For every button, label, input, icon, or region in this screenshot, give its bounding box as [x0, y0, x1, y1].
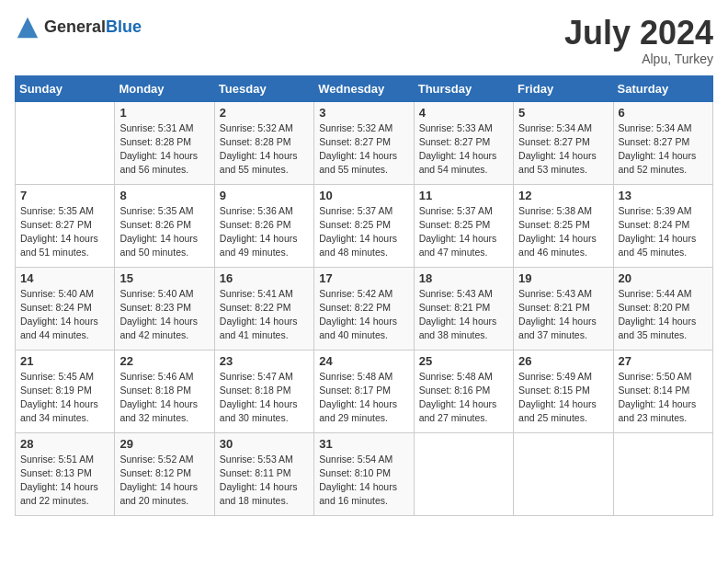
calendar-table: SundayMondayTuesdayWednesdayThursdayFrid… [15, 75, 713, 516]
calendar-cell: 16Sunrise: 5:41 AMSunset: 8:22 PMDayligh… [214, 267, 313, 350]
calendar-cell: 24Sunrise: 5:48 AMSunset: 8:17 PMDayligh… [314, 350, 414, 432]
day-number: 12 [518, 189, 608, 202]
calendar-cell: 21Sunrise: 5:45 AMSunset: 8:19 PMDayligh… [16, 350, 115, 432]
calendar-cell [414, 432, 513, 515]
day-info: Sunrise: 5:48 AMSunset: 8:17 PMDaylight:… [319, 370, 408, 426]
day-number: 25 [419, 354, 508, 368]
day-info: Sunrise: 5:44 AMSunset: 8:20 PMDaylight:… [619, 287, 708, 343]
day-number: 14 [20, 271, 109, 285]
day-number: 11 [419, 189, 508, 202]
logo-text: GeneralBlue [44, 18, 142, 37]
calendar-cell: 5Sunrise: 5:34 AMSunset: 8:27 PMDaylight… [514, 101, 613, 184]
day-number: 22 [119, 354, 209, 368]
header-tuesday: Tuesday [214, 75, 313, 101]
logo-icon [15, 15, 40, 40]
day-info: Sunrise: 5:41 AMSunset: 8:22 PMDaylight:… [220, 287, 309, 343]
page-header: GeneralBlue July 2024 Alpu, Turkey [15, 15, 713, 66]
day-info: Sunrise: 5:34 AMSunset: 8:27 PMDaylight:… [619, 121, 708, 178]
day-number: 17 [319, 271, 408, 285]
calendar-cell: 11Sunrise: 5:37 AMSunset: 8:25 PMDayligh… [414, 184, 513, 267]
calendar-cell: 25Sunrise: 5:48 AMSunset: 8:16 PMDayligh… [414, 350, 513, 432]
day-number: 26 [518, 354, 608, 368]
day-info: Sunrise: 5:31 AMSunset: 8:28 PMDaylight:… [119, 121, 209, 178]
header-row: SundayMondayTuesdayWednesdayThursdayFrid… [16, 75, 713, 101]
day-number: 10 [319, 189, 408, 202]
day-number: 1 [119, 106, 209, 120]
calendar-cell: 22Sunrise: 5:46 AMSunset: 8:18 PMDayligh… [115, 350, 214, 432]
day-number: 29 [119, 437, 209, 451]
week-row-2: 14Sunrise: 5:40 AMSunset: 8:24 PMDayligh… [16, 267, 713, 350]
day-number: 27 [619, 354, 708, 368]
day-number: 19 [518, 271, 608, 285]
day-info: Sunrise: 5:32 AMSunset: 8:28 PMDaylight:… [220, 121, 309, 178]
calendar-cell: 3Sunrise: 5:32 AMSunset: 8:27 PMDaylight… [314, 101, 414, 184]
title-block: July 2024 Alpu, Turkey [564, 15, 713, 66]
header-friday: Friday [514, 75, 613, 101]
header-wednesday: Wednesday [314, 75, 414, 101]
calendar-cell: 18Sunrise: 5:43 AMSunset: 8:21 PMDayligh… [414, 267, 513, 350]
day-info: Sunrise: 5:45 AMSunset: 8:19 PMDaylight:… [20, 370, 109, 426]
calendar-cell: 7Sunrise: 5:35 AMSunset: 8:27 PMDaylight… [16, 184, 115, 267]
calendar-cell [16, 101, 115, 184]
day-number: 24 [319, 354, 408, 368]
day-info: Sunrise: 5:40 AMSunset: 8:23 PMDaylight:… [119, 287, 209, 343]
calendar-cell: 8Sunrise: 5:35 AMSunset: 8:26 PMDaylight… [115, 184, 214, 267]
calendar-cell: 10Sunrise: 5:37 AMSunset: 8:25 PMDayligh… [314, 184, 414, 267]
header-monday: Monday [115, 75, 214, 101]
day-info: Sunrise: 5:47 AMSunset: 8:18 PMDaylight:… [220, 370, 309, 426]
logo-general: General [44, 17, 106, 36]
calendar-cell: 19Sunrise: 5:43 AMSunset: 8:21 PMDayligh… [514, 267, 613, 350]
logo-blue: Blue [106, 17, 142, 36]
day-number: 16 [220, 271, 309, 285]
location: Alpu, Turkey [564, 52, 713, 66]
header-saturday: Saturday [613, 75, 712, 101]
day-info: Sunrise: 5:37 AMSunset: 8:25 PMDaylight:… [319, 204, 408, 260]
day-number: 2 [220, 106, 309, 120]
day-number: 23 [220, 354, 309, 368]
day-number: 7 [20, 189, 109, 202]
day-number: 8 [119, 189, 209, 202]
day-info: Sunrise: 5:48 AMSunset: 8:16 PMDaylight:… [419, 370, 508, 426]
calendar-cell: 2Sunrise: 5:32 AMSunset: 8:28 PMDaylight… [214, 101, 313, 184]
calendar-cell: 13Sunrise: 5:39 AMSunset: 8:24 PMDayligh… [613, 184, 712, 267]
day-number: 3 [319, 106, 408, 120]
day-number: 4 [419, 106, 508, 120]
header-sunday: Sunday [16, 75, 115, 101]
calendar-header: SundayMondayTuesdayWednesdayThursdayFrid… [16, 75, 713, 101]
day-number: 20 [619, 271, 708, 285]
logo: GeneralBlue [15, 15, 142, 40]
calendar-cell: 12Sunrise: 5:38 AMSunset: 8:25 PMDayligh… [514, 184, 613, 267]
day-info: Sunrise: 5:35 AMSunset: 8:26 PMDaylight:… [119, 204, 209, 260]
calendar-cell: 9Sunrise: 5:36 AMSunset: 8:26 PMDaylight… [214, 184, 313, 267]
day-info: Sunrise: 5:34 AMSunset: 8:27 PMDaylight:… [518, 121, 608, 178]
calendar-cell: 30Sunrise: 5:53 AMSunset: 8:11 PMDayligh… [214, 432, 313, 515]
month-title: July 2024 [564, 15, 713, 52]
calendar-body: 1Sunrise: 5:31 AMSunset: 8:28 PMDaylight… [16, 101, 713, 515]
day-info: Sunrise: 5:36 AMSunset: 8:26 PMDaylight:… [220, 204, 309, 260]
day-info: Sunrise: 5:46 AMSunset: 8:18 PMDaylight:… [119, 370, 209, 426]
calendar-cell: 23Sunrise: 5:47 AMSunset: 8:18 PMDayligh… [214, 350, 313, 432]
calendar-cell: 28Sunrise: 5:51 AMSunset: 8:13 PMDayligh… [16, 432, 115, 515]
day-number: 6 [619, 106, 708, 120]
calendar-cell [514, 432, 613, 515]
day-info: Sunrise: 5:51 AMSunset: 8:13 PMDaylight:… [20, 453, 109, 509]
week-row-1: 7Sunrise: 5:35 AMSunset: 8:27 PMDaylight… [16, 184, 713, 267]
day-info: Sunrise: 5:42 AMSunset: 8:22 PMDaylight:… [319, 287, 408, 343]
day-number: 9 [220, 189, 309, 202]
day-number: 30 [220, 437, 309, 451]
calendar-cell: 20Sunrise: 5:44 AMSunset: 8:20 PMDayligh… [613, 267, 712, 350]
calendar-cell: 31Sunrise: 5:54 AMSunset: 8:10 PMDayligh… [314, 432, 414, 515]
day-info: Sunrise: 5:52 AMSunset: 8:12 PMDaylight:… [119, 453, 209, 509]
day-info: Sunrise: 5:39 AMSunset: 8:24 PMDaylight:… [619, 204, 708, 260]
calendar-cell [613, 432, 712, 515]
day-number: 21 [20, 354, 109, 368]
calendar-cell: 4Sunrise: 5:33 AMSunset: 8:27 PMDaylight… [414, 101, 513, 184]
day-info: Sunrise: 5:33 AMSunset: 8:27 PMDaylight:… [419, 121, 508, 178]
week-row-3: 21Sunrise: 5:45 AMSunset: 8:19 PMDayligh… [16, 350, 713, 432]
header-thursday: Thursday [414, 75, 513, 101]
calendar-cell: 6Sunrise: 5:34 AMSunset: 8:27 PMDaylight… [613, 101, 712, 184]
day-info: Sunrise: 5:54 AMSunset: 8:10 PMDaylight:… [319, 453, 408, 509]
calendar-cell: 14Sunrise: 5:40 AMSunset: 8:24 PMDayligh… [16, 267, 115, 350]
day-info: Sunrise: 5:53 AMSunset: 8:11 PMDaylight:… [220, 453, 309, 509]
day-number: 18 [419, 271, 508, 285]
